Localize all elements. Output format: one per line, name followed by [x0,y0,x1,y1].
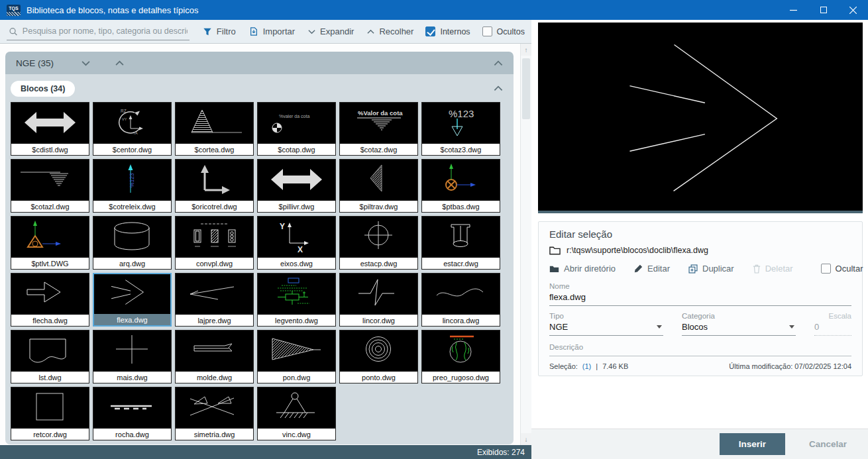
section-collapse-icon[interactable] [494,85,503,91]
block-tile[interactable]: lst.dwg [11,330,89,383]
block-tile[interactable]: $pillivr.dwg [257,159,336,213]
minimize-button[interactable] [779,0,808,20]
section-blocos-header[interactable]: Blocos (34) [11,79,508,97]
insert-button[interactable]: Inserir [720,433,785,455]
escala-field: Escala 0 [814,312,851,336]
block-preview [538,23,863,213]
block-tile[interactable]: $cdistl.dwg [11,102,89,156]
block-tile[interactable]: estacp.dwg [339,216,418,270]
collapse-button[interactable]: Recolher [367,26,413,36]
group-header-nge[interactable]: NGE (35) [5,52,514,74]
block-tile[interactable]: %123$cotaz3.dwg [421,102,500,156]
block-tile[interactable]: simetria.dwg [175,387,254,440]
ocultar-checkbox-box[interactable] [821,264,831,274]
block-tile[interactable]: %123$cotreleix.dwg [93,159,172,213]
block-tile[interactable]: flecha.dwg [11,273,89,327]
block-tile[interactable]: convpl.dwg [175,216,254,270]
categoria-select[interactable]: Blocos [682,320,796,336]
pencil-icon [634,264,643,273]
block-tile[interactable]: $ptbas.dwg [421,159,500,213]
block-thumbnail [11,160,89,201]
group-collapse-icon[interactable] [494,60,503,66]
block-tile[interactable]: rocha.dwg [93,387,172,440]
edit-button[interactable]: Editar [634,264,670,274]
actions-row: Abrir diretório Editar Duplicar Deletar … [549,264,851,274]
ocultos-checkbox[interactable]: Ocultos [482,26,525,36]
block-tile[interactable]: $piltrav.dwg [339,159,418,213]
block-label: legvento.dwg [258,315,335,326]
block-tile[interactable]: YXeixos.dwg [257,216,336,270]
block-thumbnail [94,274,170,314]
block-thumbnail [422,274,500,315]
ocultos-checkbox-box[interactable] [482,26,492,36]
flexa-arrow-preview [538,23,863,211]
block-thumbnail [176,103,253,144]
block-tile[interactable]: preo_rugoso.dwg [421,330,500,383]
descricao-field[interactable]: Descrição [549,343,851,356]
duplicate-button[interactable]: Duplicar [688,264,734,274]
group-up-icon[interactable] [115,60,124,66]
block-tile[interactable]: RZVYTA$centor.dwg [93,102,172,156]
block-tile[interactable]: lincora.dwg [421,273,500,327]
block-label: $cotap.dwg [258,144,335,155]
block-tile[interactable]: %Valor da cota$cotaz.dwg [339,102,418,156]
tipo-select[interactable]: NGE [549,320,663,336]
maximize-button[interactable] [808,0,838,20]
block-tile[interactable]: molde.dwg [175,330,254,383]
scroll-up-icon[interactable]: ↑ [521,44,531,56]
block-tile[interactable]: vinc.dwg [257,387,336,440]
delete-button[interactable]: Deletar [753,264,793,274]
svg-text:%valer da cota: %valer da cota [279,114,309,119]
search-box[interactable] [7,23,190,40]
open-directory-button[interactable]: Abrir diretório [549,264,616,274]
block-thumbnail [422,217,500,258]
file-size: 7.46 KB [602,362,628,370]
cancel-button[interactable]: Cancelar [809,439,847,449]
block-thumbnail [176,217,253,258]
block-label: $cotaz.dwg [340,144,417,155]
block-tile[interactable]: $cortea.dwg [175,102,254,156]
block-thumbnail: %123 [93,160,171,201]
block-label: $ptlvt.DWG [11,258,89,269]
block-thumbnail [93,217,171,258]
block-tile[interactable]: ponto.dwg [339,330,418,383]
block-tile[interactable]: $cotazl.dwg [11,159,89,213]
block-label: retcor.dwg [11,429,89,440]
scrollbar-thumb[interactable] [522,58,530,119]
block-tile[interactable]: $oricotrel.dwg [175,159,254,213]
block-tile[interactable]: $ptlvt.DWG [11,216,89,270]
scroll-down-icon[interactable]: ↓ [521,433,531,445]
tipo-field[interactable]: Tipo NGE [549,312,663,336]
categoria-field[interactable]: Categoria Blocos [682,312,796,336]
block-tile[interactable]: estacr.dwg [421,216,500,270]
nome-value[interactable]: flexa.dwg [549,290,851,306]
filter-button[interactable]: Filtro [203,26,236,36]
ocultar-checkbox[interactable]: Ocultar [821,264,863,274]
close-button[interactable] [838,0,868,20]
internos-checkbox-box[interactable] [425,26,435,36]
group-nge: NGE (35) Blocos (34) $cdistl.dwgRZVYTA$c… [5,52,514,444]
block-tile[interactable]: lajpre.dwg [175,273,254,327]
block-tile[interactable]: lincor.dwg [339,273,418,327]
import-button[interactable]: Importar [249,26,295,36]
exhibited-count: Exibidos: 274 [477,448,525,457]
expand-button[interactable]: Expandir [308,26,354,36]
block-tile[interactable]: retcor.dwg [11,387,89,440]
block-label: estacp.dwg [340,258,417,269]
app-logo-icon: TQS [7,5,21,16]
block-tile[interactable]: flexa.dwg [93,273,172,327]
block-tile[interactable]: arq.dwg [93,216,172,270]
last-modified: Última modificação: 07/02/2025 12:04 [729,362,851,370]
nome-field[interactable]: Nome flexa.dwg [549,282,851,306]
block-label: $cotaz3.dwg [422,144,500,155]
block-tile[interactable]: pon.dwg [257,330,336,383]
block-tile[interactable]: legvento.dwg [257,273,336,327]
vertical-scrollbar[interactable]: ↑ ↓ [520,44,531,445]
block-tile[interactable]: mais.dwg [93,330,172,383]
search-icon [9,26,18,36]
group-dropdown-icon[interactable] [81,60,90,66]
internos-checkbox[interactable]: Internos [425,26,470,36]
search-input[interactable] [23,26,188,36]
escala-value: 0 [814,322,819,332]
block-tile[interactable]: %valer da cota$cotap.dwg [257,102,336,156]
